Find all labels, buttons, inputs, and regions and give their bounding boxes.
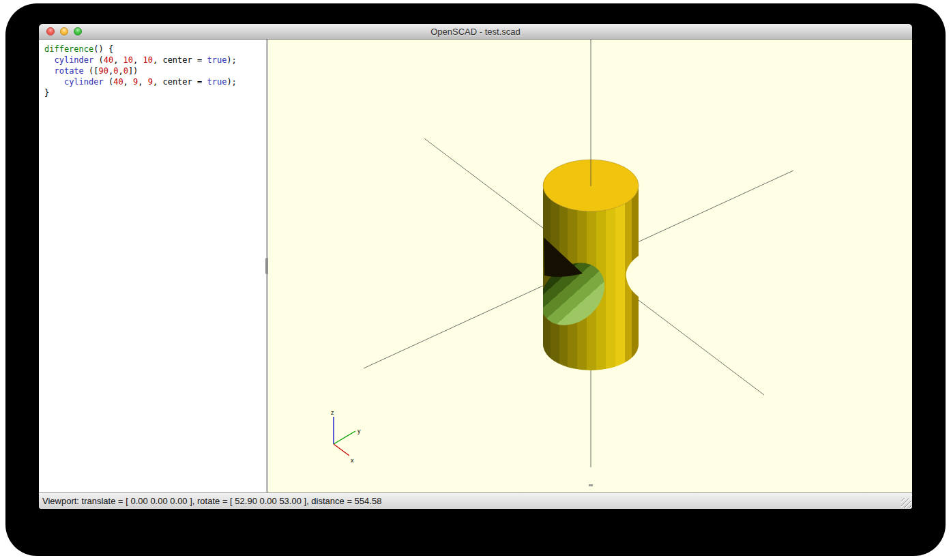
code-token <box>44 66 54 76</box>
viewport-status: Viewport: translate = [ 0.00 0.00 0.00 ]… <box>39 496 381 506</box>
code-token: ( <box>93 55 103 65</box>
code-token: ]) <box>128 66 138 76</box>
code-token: , <box>113 55 123 65</box>
code-line: cylinder (40, 10, 10, center = true); <box>44 55 266 65</box>
code-token: 90 <box>99 66 108 76</box>
code-token: 40 <box>104 55 113 65</box>
close-button[interactable] <box>46 27 55 35</box>
code-token: , <box>118 66 123 76</box>
traffic-lights <box>46 27 82 35</box>
code-token: rotate <box>54 66 83 76</box>
code-token: 10 <box>123 55 133 65</box>
code-token: difference <box>44 44 93 54</box>
code-token: ([ <box>84 66 99 76</box>
code-token: , <box>138 77 147 87</box>
console-splitter-grip[interactable] <box>589 484 593 486</box>
code-token: ); <box>226 77 236 87</box>
code-token: ); <box>226 55 236 65</box>
code-editor[interactable]: difference() { cylinder (40, 10, 10, cen… <box>39 40 266 492</box>
code-token: 0 <box>123 66 128 76</box>
minimize-button[interactable] <box>60 27 68 35</box>
openscad-window: OpenSCAD - test.scad difference() { cyli… <box>39 24 912 509</box>
code-token: 9 <box>148 77 153 87</box>
code-token: true <box>207 77 226 87</box>
code-line: } <box>44 87 266 98</box>
model-cylinder <box>528 160 639 370</box>
render-canvas: z y x <box>268 40 912 492</box>
code-token <box>44 55 54 65</box>
status-bar: Viewport: translate = [ 0.00 0.00 0.00 ]… <box>39 492 912 509</box>
gizmo-y-label: y <box>357 428 361 434</box>
zoom-button[interactable] <box>74 27 82 35</box>
gizmo-z-label: z <box>331 409 334 416</box>
code-token: 40 <box>113 77 123 87</box>
code-token: cylinder <box>54 55 93 65</box>
code-token: , center = <box>153 55 207 65</box>
code-token: , <box>123 77 133 87</box>
gizmo-x-label: x <box>351 457 354 464</box>
code-line: cylinder (40, 9, 9, center = true); <box>44 76 266 87</box>
resize-grip-icon[interactable] <box>901 498 911 508</box>
code-token: ( <box>104 77 113 87</box>
main-content: difference() { cylinder (40, 10, 10, cen… <box>39 40 912 492</box>
window-title: OpenSCAD - test.scad <box>430 27 521 37</box>
viewport-3d[interactable]: z y x <box>268 40 912 492</box>
code-token: , center = <box>153 77 207 87</box>
code-token: true <box>207 55 226 65</box>
code-token: cylinder <box>64 77 104 87</box>
code-line: rotate ([90,0,0]) <box>44 65 266 76</box>
desktop-background: OpenSCAD - test.scad difference() { cyli… <box>0 0 951 560</box>
code-token: , <box>133 55 143 65</box>
code-token: () { <box>93 44 113 54</box>
code-token: } <box>44 88 49 98</box>
title-bar[interactable]: OpenSCAD - test.scad <box>39 24 912 40</box>
code-token: 10 <box>143 55 153 65</box>
code-token <box>44 77 64 87</box>
code-line: difference() { <box>44 44 266 55</box>
